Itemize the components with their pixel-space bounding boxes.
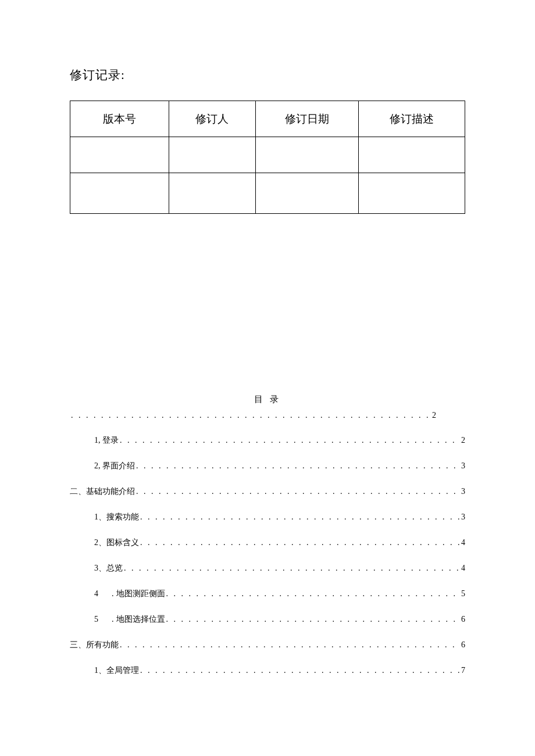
table-of-contents: 2 1,登录 2 2,界面介绍 3 二、基础功能介绍 3 1、搜索功能 3 2、… <box>70 411 465 676</box>
table-header-row: 版本号 修订人 修订日期 修订描述 <box>70 101 465 137</box>
toc-leader-dots <box>136 461 460 471</box>
toc-page-number: 3 <box>461 487 465 496</box>
toc-page-number: 3 <box>461 461 465 471</box>
toc-page-number: 3 <box>461 513 465 522</box>
toc-section-label: 三、所有功能 <box>70 640 119 650</box>
col-version: 版本号 <box>70 101 169 137</box>
toc-item-label: 5.地图选择位置 <box>94 614 165 625</box>
document-page: 修订记录: 版本号 修订人 修订日期 修订描述 <box>0 0 535 676</box>
toc-page-number: 6 <box>461 640 465 650</box>
cell-empty <box>256 137 359 173</box>
toc-entry: 1,登录 2 <box>94 435 465 446</box>
toc-item-label: 1,登录 <box>94 435 119 446</box>
toc-section-label: 二、基础功能介绍 <box>70 486 135 497</box>
toc-leader-dots <box>140 513 460 522</box>
toc-page-number: 4 <box>461 538 465 547</box>
toc-entry: 二、基础功能介绍 3 <box>70 486 465 497</box>
toc-item-label: 1、搜索功能 <box>94 512 139 522</box>
cell-empty <box>358 173 465 214</box>
toc-leader-dots <box>124 564 460 573</box>
cell-empty <box>256 173 359 214</box>
toc-page-number: 2 <box>461 436 465 445</box>
cell-empty <box>169 173 255 214</box>
toc-entry: 三、所有功能 6 <box>70 640 465 650</box>
toc-leader-dots <box>140 666 460 675</box>
toc-entry: 2 <box>70 411 465 420</box>
toc-page-number: 5 <box>461 589 465 599</box>
toc-page-number: 4 <box>461 564 465 573</box>
toc-entry: 3、总览 4 <box>94 563 465 574</box>
toc-entry: 2、图标含义 4 <box>94 538 465 548</box>
toc-entry: 5.地图选择位置 6 <box>94 614 465 625</box>
toc-page-number: 2 <box>432 411 436 420</box>
toc-entry: 1、全局管理 7 <box>94 665 465 676</box>
toc-page-number: 6 <box>461 615 465 624</box>
table-row <box>70 137 465 173</box>
toc-item-label: 3、总览 <box>94 563 123 574</box>
toc-page-number: 7 <box>461 666 465 675</box>
revision-table: 版本号 修订人 修订日期 修订描述 <box>70 101 465 214</box>
revision-record-title: 修订记录: <box>70 67 465 83</box>
toc-item-label: 2、图标含义 <box>94 538 139 548</box>
col-date: 修订日期 <box>256 101 359 137</box>
toc-entry: 4.地图测距侧面 5 <box>94 589 465 599</box>
toc-item-label: 2,界面介绍 <box>94 461 135 471</box>
toc-leader-dots <box>136 487 460 496</box>
col-editor: 修订人 <box>169 101 255 137</box>
toc-leader-dots <box>71 411 431 420</box>
toc-entry: 2,界面介绍 3 <box>94 461 465 471</box>
toc-leader-dots <box>140 538 460 547</box>
toc-item-label: 1、全局管理 <box>94 665 139 676</box>
cell-empty <box>70 137 169 173</box>
toc-leader-dots <box>166 589 461 599</box>
cell-empty <box>358 137 465 173</box>
cell-empty <box>169 137 255 173</box>
toc-leader-dots <box>120 436 460 445</box>
toc-title: 目 录 <box>70 394 465 405</box>
toc-leader-dots <box>120 640 460 650</box>
col-description: 修订描述 <box>358 101 465 137</box>
cell-empty <box>70 173 169 214</box>
toc-leader-dots <box>166 615 461 624</box>
table-row <box>70 173 465 214</box>
toc-entry: 1、搜索功能 3 <box>94 512 465 522</box>
toc-item-label: 4.地图测距侧面 <box>94 589 165 599</box>
